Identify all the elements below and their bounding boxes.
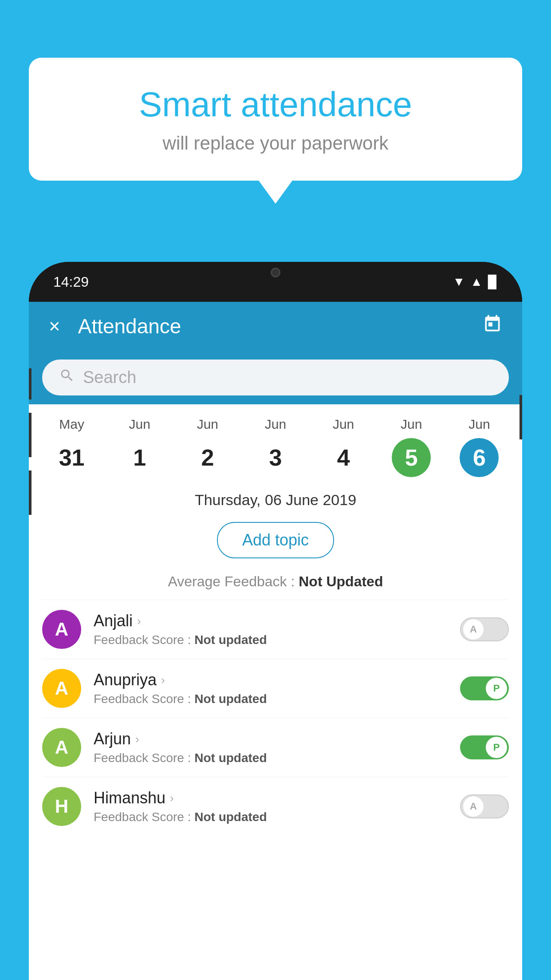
cal-date[interactable]: 6 xyxy=(460,438,499,477)
date-info: Thursday, 06 June 2019 xyxy=(29,477,522,518)
close-button[interactable]: × xyxy=(49,315,60,337)
student-name: Arjun › xyxy=(94,730,448,748)
toggle-knob: P xyxy=(486,737,507,758)
calendar-row: May31Jun1Jun2Jun3Jun4Jun5Jun6 xyxy=(29,404,522,477)
chevron-right-icon: › xyxy=(170,791,174,805)
student-info: Himanshu ›Feedback Score : Not updated xyxy=(94,789,448,824)
student-info: Anupriya ›Feedback Score : Not updated xyxy=(94,671,448,706)
student-feedback: Feedback Score : Not updated xyxy=(94,810,448,824)
cal-month: Jun xyxy=(129,417,150,432)
calendar-day-col[interactable]: Jun6 xyxy=(453,417,506,477)
calendar-day-col[interactable]: Jun1 xyxy=(113,417,166,477)
cal-month: Jun xyxy=(333,417,354,432)
toggle-switch[interactable]: P xyxy=(460,735,509,759)
speech-bubble-subtitle: will replace your paperwork xyxy=(60,133,491,154)
student-name: Anjali › xyxy=(94,612,448,630)
student-avatar: A xyxy=(42,669,81,708)
volume-down-button xyxy=(29,470,31,515)
status-bar: 14:29 ▼ ▲ ▉ xyxy=(29,262,522,302)
avg-feedback: Average Feedback : Not Updated xyxy=(29,569,522,600)
student-info: Arjun ›Feedback Score : Not updated xyxy=(94,730,448,765)
header-title: Attendance xyxy=(78,314,483,338)
cal-date[interactable]: 31 xyxy=(52,438,91,477)
student-name: Anupriya › xyxy=(94,671,448,689)
search-icon xyxy=(59,368,75,387)
calendar-day-col[interactable]: May31 xyxy=(45,417,98,477)
cal-date[interactable]: 2 xyxy=(188,438,227,477)
chevron-right-icon: › xyxy=(135,732,139,746)
avg-feedback-value: Not Updated xyxy=(299,573,383,589)
add-topic-container: Add topic xyxy=(29,518,522,569)
toggle-knob: A xyxy=(463,796,484,817)
search-placeholder: Search xyxy=(83,368,136,387)
speech-bubble-title: Smart attendance xyxy=(60,84,491,125)
wifi-icon: ▼ xyxy=(453,275,465,289)
front-camera xyxy=(271,268,280,277)
student-row[interactable]: AArjun ›Feedback Score : Not updatedP xyxy=(42,718,509,777)
battery-icon: ▉ xyxy=(488,275,498,289)
phone-screen: × Attendance Search May31Jun1Jun2Jun3Jun xyxy=(29,302,522,980)
toggle-switch[interactable]: A xyxy=(460,794,509,818)
attendance-toggle[interactable]: P xyxy=(460,735,509,759)
cal-date[interactable]: 1 xyxy=(120,438,159,477)
power-button xyxy=(29,368,31,399)
student-avatar: A xyxy=(42,728,81,767)
phone-notch xyxy=(249,262,302,283)
calendar-day-col[interactable]: Jun5 xyxy=(385,417,438,477)
student-avatar: A xyxy=(42,610,81,649)
student-avatar: H xyxy=(42,787,81,826)
volume-up-button xyxy=(29,413,31,457)
search-bar[interactable]: Search xyxy=(42,360,509,395)
attendance-toggle[interactable]: P xyxy=(460,676,509,700)
calendar-day-col[interactable]: Jun4 xyxy=(317,417,370,477)
status-icons: ▼ ▲ ▉ xyxy=(453,275,498,289)
calendar-day-col[interactable]: Jun3 xyxy=(249,417,302,477)
chevron-right-icon: › xyxy=(137,614,141,628)
app-header: × Attendance xyxy=(29,302,522,351)
speech-bubble: Smart attendance will replace your paper… xyxy=(29,58,522,181)
cal-month: Jun xyxy=(197,417,218,432)
calendar-day-col[interactable]: Jun2 xyxy=(181,417,234,477)
cal-month: Jun xyxy=(468,417,490,432)
cal-month: May xyxy=(59,417,84,432)
avg-feedback-label: Average Feedback : xyxy=(168,573,299,589)
student-feedback: Feedback Score : Not updated xyxy=(94,633,448,647)
student-feedback-value: Not updated xyxy=(194,692,267,706)
student-row[interactable]: AAnupriya ›Feedback Score : Not updatedP xyxy=(42,659,509,718)
selected-date-label: Thursday, 06 June 2019 xyxy=(195,491,356,508)
student-feedback: Feedback Score : Not updated xyxy=(94,692,448,706)
toggle-switch[interactable]: A xyxy=(460,617,509,641)
student-row[interactable]: HHimanshu ›Feedback Score : Not updatedA xyxy=(42,777,509,836)
student-feedback-value: Not updated xyxy=(194,751,267,765)
cal-month: Jun xyxy=(401,417,422,432)
student-feedback: Feedback Score : Not updated xyxy=(94,751,448,765)
cal-month: Jun xyxy=(265,417,286,432)
student-name: Himanshu › xyxy=(94,789,448,807)
signal-icon: ▲ xyxy=(470,275,483,289)
toggle-switch[interactable]: P xyxy=(460,676,509,700)
student-feedback-value: Not updated xyxy=(194,633,267,647)
student-list: AAnjali ›Feedback Score : Not updatedAAA… xyxy=(29,600,522,836)
phone-frame: 14:29 ▼ ▲ ▉ × Attendance xyxy=(29,262,522,980)
toggle-knob: P xyxy=(486,678,507,699)
student-feedback-value: Not updated xyxy=(194,810,267,824)
chevron-right-icon: › xyxy=(161,673,165,687)
cal-date[interactable]: 5 xyxy=(392,438,431,477)
student-info: Anjali ›Feedback Score : Not updated xyxy=(94,612,448,647)
attendance-toggle[interactable]: A xyxy=(460,794,509,818)
student-row[interactable]: AAnjali ›Feedback Score : Not updatedA xyxy=(42,600,509,659)
cal-date[interactable]: 4 xyxy=(324,438,363,477)
phone-time: 14:29 xyxy=(53,274,89,290)
speech-bubble-container: Smart attendance will replace your paper… xyxy=(29,58,522,181)
cal-date[interactable]: 3 xyxy=(256,438,295,477)
toggle-knob: A xyxy=(463,619,484,640)
attendance-toggle[interactable]: A xyxy=(460,617,509,641)
volume-button-right xyxy=(520,395,522,439)
add-topic-button[interactable]: Add topic xyxy=(217,522,334,558)
search-bar-container: Search xyxy=(29,351,522,404)
calendar-icon[interactable] xyxy=(483,314,502,338)
